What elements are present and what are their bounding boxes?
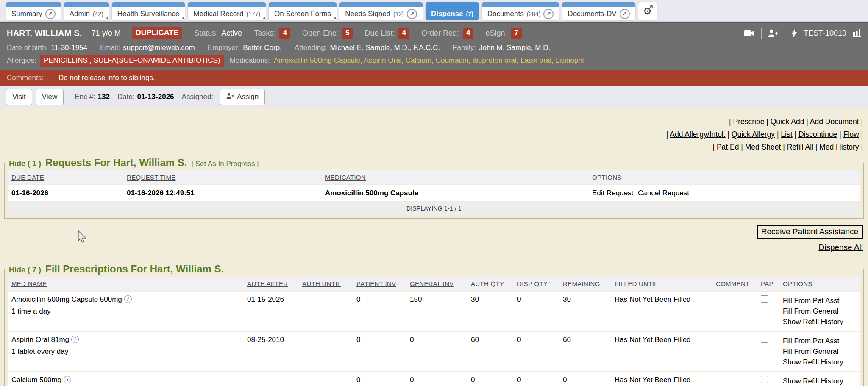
pap-checkbox[interactable] xyxy=(761,336,768,343)
order-req-label: Order Req: xyxy=(421,29,459,38)
fill-from-general-link[interactable]: Fill From General xyxy=(783,346,857,357)
medication-link[interactable]: Amoxicillin 500mg Capsule xyxy=(274,56,364,64)
tab-documents[interactable]: Documents (284) ↗ xyxy=(482,2,559,20)
tab-label: Health Surveillance xyxy=(117,10,179,18)
medication-link[interactable]: Calcium xyxy=(406,56,436,64)
quick-add-link[interactable]: Quick Add xyxy=(771,117,804,126)
med-sig: 1 time a day xyxy=(11,307,240,316)
med-history-link[interactable]: Med History xyxy=(819,143,859,151)
med-name-cell: Calcium 500mgi 1 tablet bid xyxy=(8,372,244,386)
order-req-count-badge[interactable]: 4 xyxy=(463,28,473,39)
popout-icon[interactable]: ↗ xyxy=(407,9,417,19)
fill-from-pat-asst-link[interactable]: Fill From Pat Asst xyxy=(783,336,857,346)
edit-request-link[interactable]: Edit Request xyxy=(592,189,633,197)
info-icon[interactable]: i xyxy=(124,295,132,303)
fill-hide-link[interactable]: Hide ( 7 ) xyxy=(9,266,41,275)
auth-after xyxy=(244,372,299,386)
tab-admin[interactable]: Admin (42) xyxy=(64,2,109,20)
tab-settings-button[interactable]: ⚙ ⚙ xyxy=(638,2,657,20)
open-enc-count-badge[interactable]: 5 xyxy=(342,28,353,39)
request-options: Edit Request Cancel Request xyxy=(589,185,860,201)
add-person-icon[interactable] xyxy=(768,29,778,37)
tab-on-screen-forms[interactable]: On Screen Forms xyxy=(269,2,337,20)
info-icon[interactable]: i xyxy=(71,336,79,343)
email-value: support@mieweb.com xyxy=(123,44,195,52)
tab-label: Documents xyxy=(487,10,524,18)
pap-checkbox[interactable] xyxy=(761,295,768,303)
tasks-count-badge[interactable]: 4 xyxy=(279,28,290,39)
col-auth-after[interactable]: AUTH AFTER xyxy=(244,277,299,291)
refill-all-link[interactable]: Refill All xyxy=(787,143,813,151)
popout-icon[interactable]: ↗ xyxy=(620,9,630,19)
col-medication[interactable]: MEDICATION xyxy=(322,170,589,184)
med-name-cell: Aspirin Oral 81mgi 1 tablet every day xyxy=(8,332,244,371)
tab-documents-dv[interactable]: Documents-DV ↗ xyxy=(562,2,635,20)
fill-from-general-link[interactable]: Fill From General xyxy=(783,306,857,317)
disp-qty: 0 xyxy=(514,372,559,386)
add-document-link[interactable]: Add Document xyxy=(810,117,859,126)
pap-checkbox[interactable] xyxy=(761,376,768,383)
fill-legend: Hide ( 7 ) Fill Prescriptions For Hart, … xyxy=(8,263,227,275)
lightning-icon[interactable] xyxy=(791,29,797,38)
discontinue-link[interactable]: Discontinue xyxy=(798,130,837,139)
medication-link[interactable]: Lasix oral xyxy=(520,56,555,64)
cancel-request-link[interactable]: Cancel Request xyxy=(638,189,689,197)
due-list-count-badge[interactable]: 4 xyxy=(398,28,409,39)
tab-accent xyxy=(112,2,185,7)
date-value: 01-13-2026 xyxy=(137,93,174,101)
pat-ed-link[interactable]: Pat.Ed xyxy=(717,143,739,151)
auth-until xyxy=(299,332,353,371)
video-call-icon[interactable] xyxy=(744,30,755,37)
prescribe-link[interactable]: Prescribe xyxy=(733,117,764,126)
popout-icon[interactable]: ↗ xyxy=(45,9,56,19)
tab-count: (177) xyxy=(246,11,260,17)
requests-hide-link[interactable]: Hide ( 1 ) xyxy=(9,159,41,168)
tab-count: (42) xyxy=(93,11,103,17)
visit-button[interactable]: Visit xyxy=(6,89,32,105)
receive-patient-assistance-link[interactable]: Receive Patient Assistance xyxy=(761,227,858,236)
medication-link[interactable]: Coumadin xyxy=(436,56,473,64)
dispense-all-link[interactable]: Dispense All xyxy=(818,243,863,252)
info-icon[interactable]: i xyxy=(64,376,71,383)
med-sheet-link[interactable]: Med Sheet xyxy=(745,143,781,151)
tab-dispense[interactable]: Dispense (7) xyxy=(426,2,479,20)
add-allergy-intol-link[interactable]: Add Allergy/Intol. xyxy=(670,130,725,139)
flow-link[interactable]: Flow xyxy=(843,130,859,139)
requests-pagination-row: DISPLAYING 1-1 / 1 xyxy=(8,202,860,215)
tab-count: (7) xyxy=(466,11,473,17)
assign-button[interactable]: Assign xyxy=(220,89,265,105)
tab-label: Documents-DV xyxy=(568,10,616,18)
col-general-inv[interactable]: GENERAL INV xyxy=(406,277,467,291)
tab-needs-signed[interactable]: Needs Signed (12) ↗ xyxy=(339,2,423,20)
tab-label: Dispense xyxy=(431,10,463,18)
medication-link[interactable]: ibuprofen oral xyxy=(473,56,520,64)
col-due-date[interactable]: DUE DATE xyxy=(8,170,123,184)
list-link[interactable]: List xyxy=(781,130,792,139)
popout-icon[interactable]: ↗ xyxy=(543,9,554,19)
tab-summary[interactable]: Summary ↗ xyxy=(6,2,61,20)
col-request-time[interactable]: REQUEST TIME xyxy=(123,170,322,184)
tab-health-surveillance[interactable]: Health Surveillance xyxy=(112,2,185,20)
med-sig: 1 tablet every day xyxy=(11,347,240,356)
col-med-name[interactable]: MED NAME xyxy=(8,277,244,291)
date-label: Date: xyxy=(117,93,135,101)
show-refill-history-link[interactable]: Show Refill History xyxy=(783,357,857,367)
esign-count-badge[interactable]: 7 xyxy=(511,28,521,39)
set-as-in-progress-link[interactable]: Set As In Progress xyxy=(195,160,255,168)
duplicate-badge[interactable]: DUPLICATE xyxy=(132,27,183,39)
medication-link[interactable]: Aspirin Oral xyxy=(364,56,406,64)
auth-qty: 30 xyxy=(467,292,514,331)
quick-allergy-link[interactable]: Quick Allergy xyxy=(732,130,775,139)
request-due-date: 01-16-2026 xyxy=(8,185,123,201)
chart-icon[interactable] xyxy=(853,29,861,37)
view-button[interactable]: View xyxy=(36,89,64,105)
col-auth-until[interactable]: AUTH UNTIL xyxy=(299,277,353,291)
allergies-value[interactable]: PENICILLINS , SULFA(SULFONAMIDE ANTIBIOT… xyxy=(40,55,224,67)
fill-from-pat-asst-link[interactable]: Fill From Pat Asst xyxy=(783,295,857,306)
tab-medical-record[interactable]: Medical Record (177) xyxy=(188,2,266,20)
medication-link[interactable]: Lisinopril xyxy=(555,56,584,64)
col-patient-inv[interactable]: PATIENT INV xyxy=(353,277,406,291)
show-refill-history-link[interactable]: Show Refill History xyxy=(783,376,857,386)
show-refill-history-link[interactable]: Show Refill History xyxy=(783,317,857,327)
dispense-page: Summary ↗ Admin (42) Health Surveillance… xyxy=(0,0,868,386)
